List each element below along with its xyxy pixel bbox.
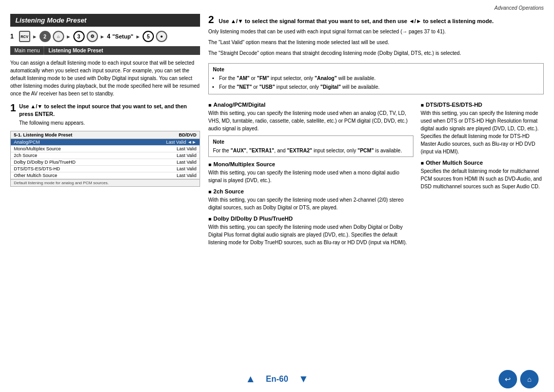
- main-content: Listening Mode Preset 1 RCV ► 2 ⌂ ► 3 ⚙ …: [10, 14, 544, 369]
- menu-row-5[interactable]: Other Multich Source Last Valid: [11, 172, 200, 179]
- setup-label: "Setup": [112, 33, 133, 40]
- nav-step2: 2: [39, 31, 51, 42]
- left-intro-text: You can assign a default listening mode …: [10, 59, 200, 97]
- page-top-label: Advanced Operations: [10, 5, 544, 11]
- menu-row-1-value: Last Valid: [176, 146, 196, 151]
- step1-block: 1 Use ▲/▼ to select the input source tha…: [10, 103, 200, 127]
- note1-item-0: For the "AM" or "FM" input selector, onl…: [219, 74, 539, 82]
- step2-intro3: The "Straight Decode" option means that …: [208, 49, 544, 57]
- prev-arrow[interactable]: ▲: [245, 373, 255, 385]
- section-title: Listening Mode Preset: [10, 14, 200, 27]
- menu-row-3-label: Dolby D/Dolby D Plus/TrueHD: [14, 160, 75, 165]
- twoch-heading: 2ch Source: [208, 188, 413, 194]
- center-sections: Analog/PCM/Digital With this setting, yo…: [208, 97, 413, 369]
- step2-intro1-text: Only listening modes that can be used wi…: [208, 29, 446, 34]
- menu-row-5-value: Last Valid: [176, 173, 196, 178]
- nav-arrow2: ►: [66, 34, 71, 40]
- home-button[interactable]: ⌂: [520, 370, 539, 388]
- menu-row-1[interactable]: Mono/Multiplex Source Last Valid: [11, 146, 200, 152]
- analog-heading: Analog/PCM/Digital: [208, 102, 413, 108]
- back-icon: ↩: [505, 375, 511, 383]
- step1-sub: The following menu appears.: [19, 120, 200, 127]
- menu-preview-header-right: BD/DVD: [179, 132, 196, 138]
- menu-row-3[interactable]: Dolby D/Dolby D Plus/TrueHD Last Valid: [11, 159, 200, 166]
- home-icon: ⌂: [53, 31, 64, 42]
- menu-row-4-value: Last Valid: [176, 166, 196, 171]
- menu-preview: 5-1. Listening Mode Preset BD/DVD Analog…: [10, 131, 200, 187]
- nav-arrow1: ►: [32, 34, 37, 40]
- next-arrow[interactable]: ▼: [299, 373, 309, 385]
- note-box-2: Note For the "AUX", "EXTRA1", and "EXTRA…: [208, 135, 413, 157]
- mono-body: With this setting, you can specify the l…: [208, 169, 413, 184]
- step2-intro1: Only listening modes that can be used wi…: [208, 28, 544, 35]
- note-box-1: Note For the "AM" or "FM" input selector…: [208, 63, 544, 94]
- menu-row-0[interactable]: Analog/PCM Last Valid ◄►: [11, 139, 200, 146]
- advanced-operations-label: Advanced Operations: [494, 5, 544, 11]
- nav-arrow4: ►: [135, 34, 141, 40]
- note2-body: For the "AUX", "EXTRA1", and "EXTRA2" in…: [213, 147, 409, 154]
- dolby-heading: Dolby D/Dolby D Plus/TrueHD: [208, 215, 413, 222]
- menu-preview-header-left: 5-1. Listening Mode Preset: [14, 132, 72, 138]
- menu-row-2-label: 2ch Source: [14, 153, 37, 158]
- menu-row-1-label: Mono/Multiplex Source: [14, 146, 61, 151]
- dts-heading: DTS/DTS-ES/DTS-HD: [421, 102, 544, 108]
- step2-intro2-text: The "Last Valid" option means that the l…: [208, 40, 389, 45]
- menu-row-0-label: Analog/PCM: [14, 140, 40, 145]
- menu-bar-right: Listening Mode Preset: [44, 46, 107, 55]
- page-container: Advanced Operations Listening Mode Prese…: [0, 0, 554, 392]
- step2-intro3-text: The "Straight Decode" option means that …: [208, 50, 461, 56]
- menu-row-4[interactable]: DTS/DTS-ES/DTS-HD Last Valid: [11, 166, 200, 172]
- note1-title: Note: [213, 66, 539, 73]
- dolby-body: With this setting, you can specify the l…: [208, 223, 413, 246]
- menu-row-2-value: Last Valid: [176, 153, 196, 158]
- menu-row-3-value: Last Valid: [176, 160, 196, 165]
- menu-row-0-value: Last Valid ◄►: [166, 140, 196, 145]
- menu-row-2[interactable]: 2ch Source Last Valid: [11, 152, 200, 159]
- step1-desc: Use ▲/▼ to select the input source that …: [19, 103, 200, 117]
- nav-step1-label: 1: [10, 33, 14, 40]
- nav-step3: 3: [73, 31, 85, 42]
- step1-number: 1: [10, 103, 16, 113]
- nav-step4-label: 4: [107, 33, 110, 40]
- step2-intro2: The "Last Valid" option means that the l…: [208, 38, 544, 46]
- analog-body: With this setting, you can specify the l…: [208, 109, 413, 132]
- back-button[interactable]: ↩: [499, 370, 517, 388]
- step2-header: 2 Use ▲/▼ to select the signal format th…: [208, 14, 544, 26]
- menu-preview-footer: Default listening mode for analog and PC…: [11, 179, 200, 186]
- page-label: En-60: [266, 375, 288, 384]
- nav-step5: 5: [143, 31, 154, 42]
- menu-row-4-label: DTS/DTS-ES/DTS-HD: [14, 166, 60, 171]
- mono-heading: Mono/Multiplex Source: [208, 161, 413, 167]
- other-heading: Other Multich Source: [421, 160, 544, 166]
- other-body: Specifies the default listening mode for…: [421, 167, 544, 190]
- step2-number: 2: [208, 14, 214, 25]
- nav-arrow3: ►: [100, 34, 105, 40]
- circle-icon: ●: [156, 31, 167, 42]
- settings-icon: ⚙: [87, 31, 98, 42]
- menu-preview-header: 5-1. Listening Mode Preset BD/DVD: [11, 131, 200, 139]
- receiver-icon: RCV: [19, 31, 30, 42]
- home-icon: ⌂: [527, 375, 531, 383]
- right-main-sections: Analog/PCM/Digital With this setting, yo…: [208, 97, 544, 369]
- note1-item-1: For the "NET" or "USB" input selector, o…: [219, 83, 539, 91]
- bottom-nav: ▲ En-60 ▼ ↩ ⌂: [10, 369, 544, 387]
- left-column: Listening Mode Preset 1 RCV ► 2 ⌂ ► 3 ⚙ …: [10, 14, 200, 369]
- dts-body: With this setting, you can specify the l…: [421, 109, 544, 155]
- right-column: 2 Use ▲/▼ to select the signal format th…: [208, 14, 544, 369]
- menu-bar-left: Main menu: [10, 46, 44, 55]
- section-title-text: Listening Mode Preset: [15, 16, 87, 24]
- menu-bar: Main menu Listening Mode Preset: [10, 46, 200, 55]
- nav-icons-right: ↩ ⌂: [499, 370, 539, 388]
- step-navigation: 1 RCV ► 2 ⌂ ► 3 ⚙ ► 4 "Setup" ► 5 ●: [10, 31, 200, 42]
- note1-list: For the "AM" or "FM" input selector, onl…: [213, 74, 539, 91]
- step2-header-text: Use ▲/▼ to select the signal format that…: [219, 18, 493, 24]
- note2-title: Note: [213, 138, 409, 146]
- sidebar-sections: DTS/DTS-ES/DTS-HD With this setting, you…: [421, 97, 544, 369]
- twoch-body: With this setting, you can specify the l…: [208, 196, 413, 211]
- menu-row-5-label: Other Multich Source: [14, 173, 57, 178]
